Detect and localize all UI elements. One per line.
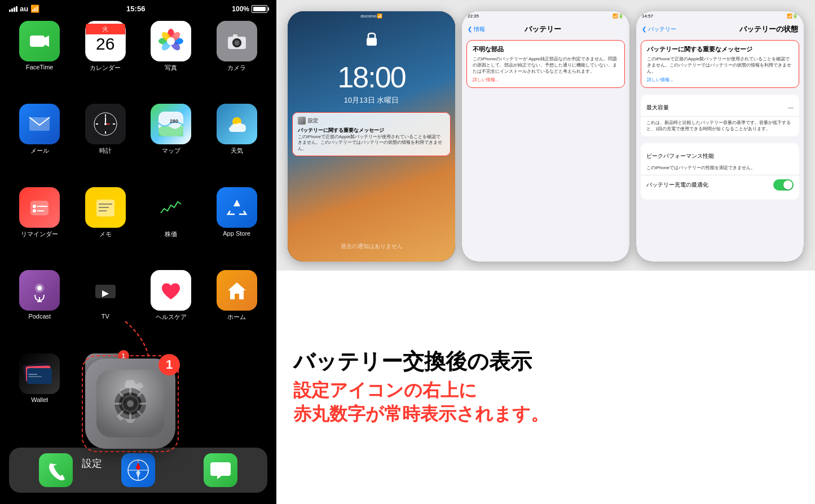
battery-alert-section: 不明な部品 このiPhoneのバッテリーが Apple純正部品なのか判定できませ… xyxy=(466,40,625,88)
settings-zoom-icon: 1 xyxy=(85,359,175,449)
iphone-home-screen: au 📶 15:56 100% FaceTime 火 26 カレンダー xyxy=(0,0,276,504)
status-capacity-section: 最大容量 — これは、新品時と比較したバッテリー容量の基準です。容量が低下すると… xyxy=(641,95,799,137)
status-peak-row: ピークパフォーマンス性能 xyxy=(646,148,794,165)
app-item-photos[interactable]: 写真 xyxy=(143,21,200,95)
home-icon[interactable] xyxy=(217,270,257,311)
clock-label: 時計 xyxy=(99,147,112,155)
dock-phone[interactable] xyxy=(39,453,73,487)
svg-point-30 xyxy=(33,205,36,208)
status-back[interactable]: ❮ バッテリー xyxy=(642,25,676,33)
status-nav-bar: ❮ バッテリー バッテリーの状態 xyxy=(636,21,804,37)
stocks-label: 株価 xyxy=(165,230,177,238)
status-peak-body: このiPhoneではバッテリーの性能を測定できません。 xyxy=(646,165,794,171)
status-signal: 📶🔋 xyxy=(787,14,798,19)
status-peak-label: ピークパフォーマンス性能 xyxy=(646,152,714,160)
svg-point-39 xyxy=(37,286,42,290)
lock-notif-header: 設定 xyxy=(298,117,445,125)
appstore-icon[interactable] xyxy=(217,187,257,228)
carrier-label: au xyxy=(20,5,28,13)
home-label: ホーム xyxy=(227,313,246,321)
svg-marker-1 xyxy=(45,36,49,47)
wallet-label: Wallet xyxy=(31,396,48,403)
status-left: au 📶 xyxy=(9,5,39,13)
notes-icon[interactable] xyxy=(85,187,126,228)
phone-icon[interactable] xyxy=(39,453,73,487)
svg-rect-15 xyxy=(233,34,237,38)
photos-icon[interactable] xyxy=(151,21,191,61)
status-time: 14:57 xyxy=(642,14,653,19)
lock-screen: docomo 📶 18:00 10月13日 水曜日 xyxy=(288,11,455,262)
signal-icon xyxy=(9,6,17,12)
app-item-maps[interactable]: 280 マップ xyxy=(143,104,200,178)
status-title: バッテリーの状態 xyxy=(739,24,798,34)
app-item-notes[interactable]: メモ xyxy=(77,187,134,261)
svg-rect-34 xyxy=(96,200,114,216)
settings-zoom-dashed-border: 1 xyxy=(82,355,179,452)
app-item-weather[interactable]: 天気 xyxy=(209,104,266,178)
app-item-tv[interactable]: TV xyxy=(77,270,134,344)
status-alert-section: バッテリーに関する重要なメッセージ このiPhoneで正規のApple製バッテリ… xyxy=(641,40,799,88)
app-item-facetime[interactable]: FaceTime xyxy=(11,21,68,95)
lock-time: 18:00 xyxy=(337,60,405,94)
lock-signal: 📶 xyxy=(377,14,382,19)
svg-point-14 xyxy=(235,41,239,45)
notes-label: メモ xyxy=(99,230,112,238)
lock-notif-icon xyxy=(298,117,306,125)
calendar-date: 26 xyxy=(96,36,114,52)
lock-no-notif: 過去の通知はありません xyxy=(341,242,403,250)
health-icon[interactable] xyxy=(151,270,191,311)
battery-back[interactable]: ❮ 情報 xyxy=(468,25,485,33)
messages-icon[interactable] xyxy=(204,453,237,487)
right-section: docomo 📶 18:00 10月13日 水曜日 xyxy=(276,0,815,504)
app-item-camera[interactable]: カメラ xyxy=(209,21,266,95)
weather-icon[interactable] xyxy=(217,104,257,144)
app-item-health[interactable]: ヘルスケア xyxy=(143,270,200,344)
status-optimize-row: バッテリー充電の最適化 xyxy=(646,175,794,195)
lock-notif-app: 設定 xyxy=(308,117,318,125)
lock-date: 10月13日 水曜日 xyxy=(344,95,399,105)
camera-icon[interactable] xyxy=(217,21,257,61)
status-screen: 14:57 📶🔋 ❮ バッテリー バッテリーの状態 バッテリーに関する重要なメッ… xyxy=(636,11,804,262)
app-item-reminders[interactable]: リマインダー xyxy=(11,187,68,261)
mail-icon[interactable] xyxy=(19,104,60,144)
wallet-icon[interactable] xyxy=(19,353,60,394)
battery-alert-link[interactable]: 詳しい情報... xyxy=(473,77,619,83)
podcast-icon[interactable] xyxy=(19,270,60,311)
mail-label: メール xyxy=(30,147,49,155)
weather-label: 天気 xyxy=(231,147,243,155)
text-section: バッテリー交換後の表示 設定アイコンの右上に 赤丸数字が常時表示されます。 xyxy=(276,271,815,504)
app-item-clock[interactable]: 時計 xyxy=(77,104,134,178)
svg-rect-69 xyxy=(298,117,306,125)
svg-point-10 xyxy=(167,37,175,45)
status-alert-body: このiPhoneで正規のApple製バッテリーが使用されていることを確認できませ… xyxy=(647,56,793,75)
app-item-wallet[interactable]: Wallet xyxy=(11,353,68,427)
app-item-appstore[interactable]: App Store xyxy=(209,187,266,261)
app-item-calendar[interactable]: 火 26 カレンダー xyxy=(77,21,134,95)
battery-optimize-toggle[interactable] xyxy=(773,179,794,191)
settings-zoom-label: 設定 xyxy=(82,457,179,470)
facetime-icon[interactable] xyxy=(19,21,60,61)
status-capacity-body: これは、新品時と比較したバッテリー容量の基準です。容量が低下すると、1回の充電で… xyxy=(646,116,794,132)
svg-rect-0 xyxy=(30,36,45,47)
status-alert-link[interactable]: 詳しい情報... xyxy=(647,77,793,83)
reminders-icon[interactable] xyxy=(19,187,60,228)
app-item-podcast[interactable]: Podcast xyxy=(11,270,68,344)
battery-alert-body: このiPhoneのバッテリーが Apple純正部品なのか判定できません。問題の原… xyxy=(473,56,619,75)
dock-messages[interactable] xyxy=(204,453,237,487)
app-item-stocks[interactable]: 株価 xyxy=(143,187,200,261)
time-label: 15:56 xyxy=(126,5,145,13)
status-peak-section: ピークパフォーマンス性能 このiPhoneではバッテリーの性能を測定できません。… xyxy=(641,143,799,200)
phone-screenshots: docomo 📶 18:00 10月13日 水曜日 xyxy=(276,0,815,271)
app-item-mail[interactable]: メール xyxy=(11,104,68,178)
maps-icon[interactable]: 280 xyxy=(151,104,191,144)
svg-rect-68 xyxy=(367,38,377,46)
battery-screen: 22:35 📶🔋 ❮ 情報 バッテリー 不明な部品 このiPhoneのバッテリー… xyxy=(462,11,629,262)
stocks-icon[interactable] xyxy=(151,187,191,228)
clock-icon[interactable] xyxy=(85,104,126,144)
status-bar-3: 14:57 📶🔋 xyxy=(636,11,804,21)
calendar-icon[interactable]: 火 26 xyxy=(85,21,126,61)
app-item-home[interactable]: ホーム xyxy=(209,270,266,344)
tv-icon[interactable] xyxy=(85,270,126,311)
status-optimize-label: バッテリー充電の最適化 xyxy=(646,181,708,189)
settings-zoom-badge: 1 xyxy=(158,354,180,375)
